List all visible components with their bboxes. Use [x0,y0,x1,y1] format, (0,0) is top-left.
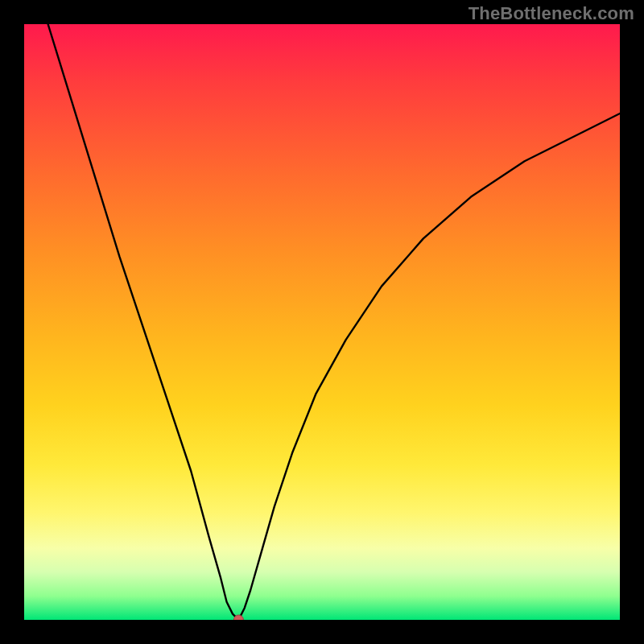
curve-left-branch [48,24,239,620]
chart-svg [24,24,620,620]
curve-right-branch [238,114,620,620]
chart-page: TheBottleneck.com [0,0,644,644]
attribution-text: TheBottleneck.com [469,3,634,24]
chart-plot-area [24,24,620,620]
